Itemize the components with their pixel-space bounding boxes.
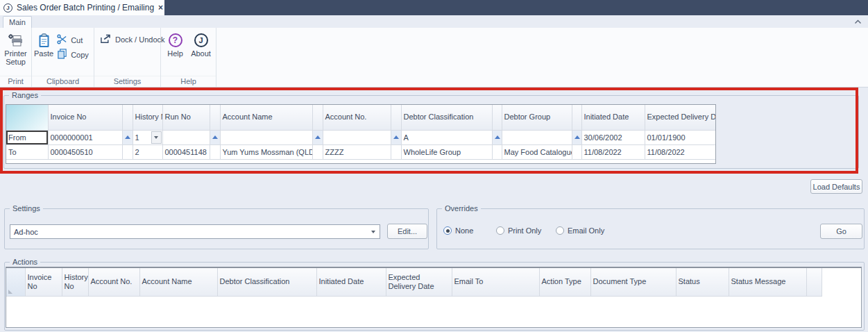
ribbon-group-print: Printer Setup Print bbox=[0, 28, 32, 87]
dock-undock-button[interactable]: Dock / Undock bbox=[96, 32, 169, 47]
radio-icon[interactable] bbox=[443, 226, 452, 235]
ranges-col-spacer bbox=[312, 105, 323, 130]
ranges-from-run-no-field[interactable] bbox=[162, 130, 210, 144]
actions-col-account-no[interactable]: Account No. bbox=[88, 268, 139, 296]
ribbon-tab-row: Main bbox=[0, 15, 868, 28]
help-button[interactable]: ? Help bbox=[164, 30, 187, 76]
close-icon[interactable]: × bbox=[158, 3, 163, 12]
ranges-to-account-no-field[interactable]: ZZZZ bbox=[323, 144, 391, 159]
radio-icon[interactable] bbox=[496, 226, 504, 235]
help-label: Help bbox=[167, 49, 183, 58]
actions-col-account-name[interactable]: Account Name bbox=[139, 268, 217, 296]
spinner-up-icon[interactable] bbox=[492, 130, 502, 144]
ranges-from-account-name-field[interactable] bbox=[220, 130, 312, 144]
spinner-up-icon[interactable] bbox=[391, 130, 401, 144]
tab-main[interactable]: Main bbox=[3, 16, 32, 28]
ranges-corner-cell bbox=[6, 105, 48, 130]
override-none-radio[interactable]: None bbox=[443, 226, 473, 235]
ranges-to-spacer-cell bbox=[312, 144, 323, 159]
ranges-to-debtor-classification-field[interactable]: WholeLife Group bbox=[401, 144, 492, 159]
ranges-to-expected-delivery-date-field[interactable]: 11/08/2022 bbox=[645, 144, 715, 159]
dock-undock-label: Dock / Undock bbox=[115, 35, 165, 44]
ranges-to-spacer-cell bbox=[122, 144, 133, 159]
ranges-row-from: From 0000000001 1 A 30/06/2002 01/01/190… bbox=[6, 130, 715, 144]
ranges-grid: Invoice No History No Run No Account Nam… bbox=[6, 104, 716, 164]
ranges-from-invoice-no-field[interactable]: 0000000001 bbox=[48, 130, 122, 144]
ranges-to-spacer-cell bbox=[572, 144, 581, 159]
override-email-only-radio[interactable]: Email Only bbox=[556, 226, 604, 235]
go-button[interactable]: Go bbox=[820, 224, 862, 239]
actions-col-expected-delivery-date[interactable]: Expected Delivery Date bbox=[386, 268, 452, 296]
ribbon-group-clipboard: Paste Cut bbox=[32, 28, 94, 87]
ranges-from-account-no-field[interactable] bbox=[323, 130, 391, 144]
ranges-col-spacer bbox=[572, 105, 581, 130]
dock-undock-icon bbox=[100, 34, 112, 45]
about-button[interactable]: J About bbox=[189, 30, 214, 76]
help-icon: ? bbox=[169, 31, 182, 49]
ranges-to-invoice-no-field[interactable]: 0000450510 bbox=[48, 144, 122, 159]
dropdown-arrow-icon[interactable] bbox=[151, 131, 162, 144]
about-label: About bbox=[191, 49, 211, 58]
ribbon-group-help-caption: Help bbox=[161, 76, 216, 87]
ranges-to-initiated-date-field[interactable]: 11/08/2022 bbox=[581, 144, 645, 159]
ranges-from-row-header[interactable]: From bbox=[6, 130, 48, 144]
ranges-to-history-no-field[interactable]: 2 bbox=[133, 144, 162, 159]
ranges-col-spacer bbox=[492, 105, 502, 130]
settings-groupbox: Settings Ad-hoc Edit... bbox=[4, 208, 429, 249]
override-print-only-label: Print Only bbox=[508, 226, 541, 235]
spinner-up-icon[interactable] bbox=[312, 130, 323, 144]
copy-button[interactable]: Copy bbox=[53, 47, 92, 62]
load-defaults-button[interactable]: Load Defaults bbox=[810, 179, 862, 194]
ranges-from-debtor-group-field[interactable] bbox=[502, 130, 572, 144]
actions-col-initiated-date[interactable]: Initiated Date bbox=[316, 268, 386, 296]
radio-icon[interactable] bbox=[556, 226, 564, 235]
ranges-groupbox-title: Ranges bbox=[9, 91, 41, 100]
ranges-from-initiated-date-field[interactable]: 30/06/2002 bbox=[581, 130, 645, 144]
actions-col-status[interactable]: Status bbox=[676, 268, 729, 296]
ranges-to-row-header[interactable]: To bbox=[6, 144, 48, 159]
ranges-col-spacer bbox=[122, 105, 133, 130]
copy-icon bbox=[57, 49, 67, 60]
ranges-to-run-no-field[interactable]: 0000451148 bbox=[162, 144, 210, 159]
overrides-groupbox-title: Overrides bbox=[442, 204, 481, 213]
spinner-up-icon[interactable] bbox=[122, 130, 133, 144]
override-print-only-radio[interactable]: Print Only bbox=[496, 226, 541, 235]
ranges-from-history-no-field[interactable]: 1 bbox=[133, 130, 162, 144]
ranges-col-account-no: Account No. bbox=[323, 105, 391, 130]
app-logo-icon: J bbox=[3, 3, 12, 13]
cut-button[interactable]: Cut bbox=[53, 33, 92, 47]
actions-col-status-message[interactable]: Status Message bbox=[729, 268, 806, 296]
actions-col-action-type[interactable]: Action Type bbox=[539, 268, 590, 296]
select-all-icon[interactable] bbox=[6, 268, 25, 296]
chevron-down-icon[interactable] bbox=[371, 231, 375, 233]
paste-button[interactable]: Paste bbox=[34, 30, 53, 76]
ribbon-group-print-caption: Print bbox=[0, 76, 31, 87]
actions-col-document-type[interactable]: Document Type bbox=[590, 268, 676, 296]
spinner-up-icon[interactable] bbox=[210, 130, 220, 144]
actions-col-email-to[interactable]: Email To bbox=[452, 268, 539, 296]
ranges-to-spacer-cell bbox=[492, 144, 502, 159]
ranges-to-account-name-field[interactable]: Yum Yums Mossman (QLD) bbox=[220, 144, 312, 159]
ranges-to-debtor-group-field[interactable]: May Food Catalogue bbox=[502, 144, 572, 159]
edit-button[interactable]: Edit... bbox=[387, 224, 427, 239]
printer-setup-button[interactable]: Printer Setup bbox=[2, 30, 29, 76]
actions-col-debtor-classification[interactable]: Debtor Classification bbox=[217, 268, 316, 296]
document-tab[interactable]: J Sales Order Batch Printing / Emailing … bbox=[0, 0, 164, 15]
ranges-col-initiated-date: Initiated Date bbox=[581, 105, 645, 130]
ranges-from-expected-delivery-date-field[interactable]: 01/01/1900 bbox=[645, 130, 715, 144]
ranges-col-debtor-group: Debtor Group bbox=[502, 105, 572, 130]
actions-col-history-no[interactable]: History No bbox=[62, 268, 88, 296]
actions-groupbox: Actions Invoice No History No Account No… bbox=[4, 262, 865, 331]
ranges-col-history-no: History No bbox=[133, 105, 162, 130]
ribbon-group-settings-caption: Settings bbox=[94, 76, 160, 87]
actions-col-invoice-no[interactable]: Invoice No bbox=[25, 268, 62, 296]
collapse-ribbon-icon[interactable] bbox=[853, 17, 862, 26]
ranges-to-spacer-cell bbox=[210, 144, 220, 159]
ranges-col-expected-delivery-date: Expected Delivery Date bbox=[645, 105, 715, 130]
ribbon: Printer Setup Print Paste bbox=[0, 28, 868, 88]
settings-groupbox-title: Settings bbox=[10, 204, 43, 213]
settings-preset-combobox[interactable]: Ad-hoc bbox=[10, 224, 380, 239]
overrides-groupbox: Overrides None Print Only Email Only Go bbox=[436, 208, 865, 249]
ranges-from-debtor-classification-field[interactable]: A bbox=[401, 130, 492, 144]
spinner-up-icon[interactable] bbox=[572, 130, 581, 144]
